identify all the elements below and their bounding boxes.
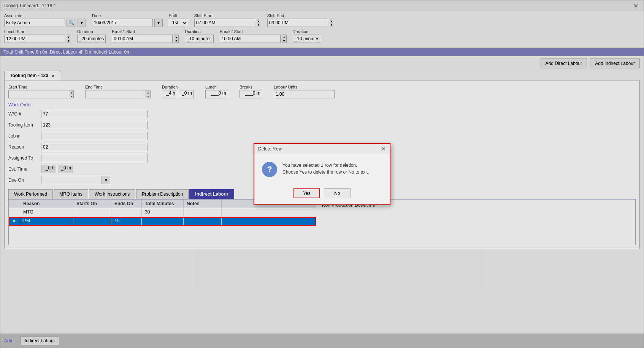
delete-row-dialog: Delete Row ✕ ? You have selected 1 row f… bbox=[254, 143, 390, 205]
dialog-no-button[interactable]: No bbox=[324, 188, 351, 198]
dialog-message-line1: You have selected 1 row for deletion. bbox=[282, 163, 357, 168]
dialog-yes-button[interactable]: Yes bbox=[293, 188, 320, 198]
dialog-title-bar: Delete Row ✕ bbox=[254, 144, 390, 154]
dialog-title: Delete Row bbox=[258, 146, 282, 152]
dialog-buttons: Yes No bbox=[254, 185, 390, 204]
dialog-body: ? You have selected 1 row for deletion. … bbox=[254, 154, 390, 185]
dialog-close-button[interactable]: ✕ bbox=[381, 146, 386, 152]
dialog-icon: ? bbox=[262, 162, 277, 177]
dialog-message-line2: Choose Yes to delete the row or No to ex… bbox=[282, 169, 369, 175]
dialog-icon-symbol: ? bbox=[267, 165, 272, 174]
modal-overlay: Delete Row ✕ ? You have selected 1 row f… bbox=[0, 0, 644, 348]
dialog-message: You have selected 1 row for deletion. Ch… bbox=[282, 162, 369, 176]
